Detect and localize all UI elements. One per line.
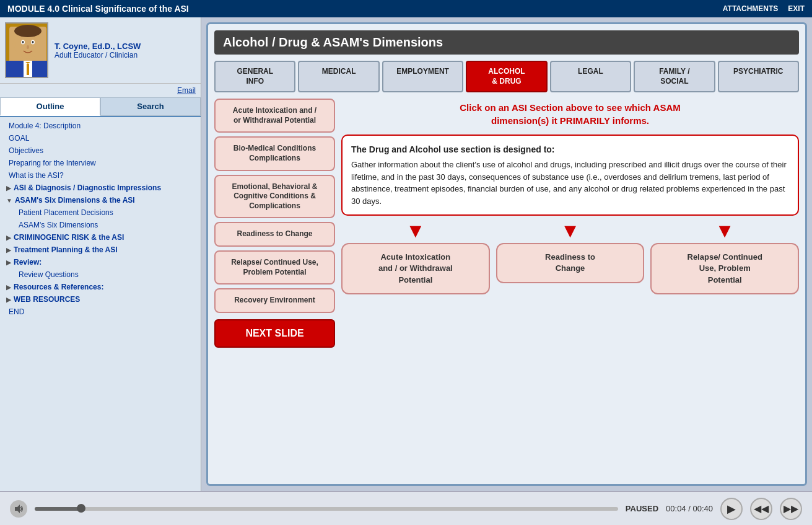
- sidebar: T. Coyne, Ed.D., LCSW Adult Educator / C…: [0, 17, 201, 491]
- nav-patient-placement[interactable]: Patient Placement Decisions: [0, 206, 201, 219]
- info-box-title: The Drug and Alcohol use section is desi…: [351, 143, 789, 156]
- nav-asi-diagnosis[interactable]: ▶ ASI & Diagnosis / Diagnostic Impressio…: [0, 182, 201, 194]
- attachments-link[interactable]: ATTACHMENTS: [723, 4, 779, 13]
- tab-alcohol-drug[interactable]: ALCOHOL& DRUG: [466, 61, 547, 92]
- nav-asam-six-dim[interactable]: ASAM's Six Dimensions: [0, 219, 201, 231]
- nav-treatment-planning[interactable]: ▶ Treatment Planning & the ASI: [0, 244, 201, 256]
- dimension-boxes: ▼ Acute Intoxicationand / or WithdrawalP…: [341, 221, 799, 294]
- nav-review-questions[interactable]: Review Questions: [0, 268, 201, 281]
- btn-relapse[interactable]: Relapse/ Continued Use,Problem Potential: [214, 250, 335, 285]
- profile-role: Adult Educator / Clinician: [55, 51, 196, 60]
- progress-fill: [35, 507, 81, 511]
- btn-emotional[interactable]: Emotional, Behavioral &Cognitive Conditi…: [214, 175, 335, 219]
- nav-preparing[interactable]: Preparing for the Interview: [0, 157, 201, 169]
- dimension-item-readiness: ▼ Readiness toChange: [496, 221, 645, 283]
- nav-goal[interactable]: GOAL: [0, 132, 201, 144]
- profile-name: T. Coyne, Ed.D., LCSW: [55, 42, 196, 51]
- svg-point-10: [22, 41, 24, 43]
- tab-family-social[interactable]: FAMILY /SOCIAL: [634, 61, 715, 92]
- exit-link[interactable]: EXIT: [788, 4, 805, 13]
- btn-readiness[interactable]: Readiness to Change: [214, 222, 335, 247]
- tab-medical[interactable]: MEDICAL: [298, 61, 379, 92]
- step-forward-button[interactable]: ▶▶: [780, 498, 802, 520]
- btn-recovery[interactable]: Recovery Environment: [214, 288, 335, 313]
- click-instruction: Click on an ASI Section above to see whi…: [341, 99, 799, 130]
- paused-label: PAUSED: [626, 504, 658, 513]
- time-display: 00:04 / 00:40: [666, 504, 713, 513]
- volume-button[interactable]: [10, 500, 27, 518]
- info-box: The Drug and Alcohol use section is desi…: [341, 135, 799, 216]
- slide-frame: Alcohol / Drug & ASAM's Dimensions GENER…: [206, 22, 807, 486]
- sidebar-nav[interactable]: Module 4: Description GOAL Objectives Pr…: [0, 117, 201, 491]
- content-area: Alcohol / Drug & ASAM's Dimensions GENER…: [201, 17, 812, 491]
- svg-rect-5: [27, 64, 29, 75]
- slide-title: Alcohol / Drug & ASAM's Dimensions: [214, 30, 799, 55]
- nav-what-is-asi[interactable]: What is the ASI?: [0, 169, 201, 182]
- sidebar-tabs: Outline Search: [0, 97, 201, 117]
- svg-point-11: [32, 41, 34, 43]
- email-link[interactable]: Email: [0, 84, 201, 97]
- dimension-box-readiness[interactable]: Readiness toChange: [496, 243, 645, 283]
- tab-psychiatric[interactable]: PSYCHIATRIC: [718, 61, 799, 92]
- header-links: ATTACHMENTS EXIT: [723, 4, 805, 13]
- svg-marker-15: [15, 505, 20, 513]
- svg-point-12: [27, 45, 29, 49]
- btn-acute-intoxication[interactable]: Acute Intoxication and /or Withdrawal Po…: [214, 99, 335, 133]
- time-current: 00:04: [666, 504, 686, 513]
- svg-point-13: [12, 41, 16, 47]
- time-separator: /: [686, 504, 693, 513]
- dimension-item-relapse: ▼ Relapse/ ContinuedUse, ProblemPotentia…: [650, 221, 799, 294]
- bottom-bar: PAUSED 00:04 / 00:40 ▶ ◀◀ ▶▶: [0, 491, 812, 525]
- dimension-box-acute[interactable]: Acute Intoxicationand / or WithdrawalPot…: [341, 243, 490, 294]
- tab-outline[interactable]: Outline: [0, 97, 100, 116]
- profile-info: T. Coyne, Ed.D., LCSW Adult Educator / C…: [55, 42, 196, 60]
- svg-point-14: [40, 41, 43, 47]
- info-box-text: Gather information about the client's us…: [351, 160, 787, 206]
- tab-general-info[interactable]: GENERALINFO: [214, 61, 295, 92]
- next-slide-button[interactable]: NEXT SLIDE: [214, 319, 335, 348]
- top-header: MODULE 4.0 Clinical Significance of the …: [0, 0, 812, 17]
- time-total: 00:40: [692, 504, 713, 513]
- right-column: Click on an ASI Section above to see whi…: [341, 99, 799, 478]
- step-back-button[interactable]: ◀◀: [750, 498, 772, 520]
- tab-search[interactable]: Search: [100, 97, 201, 116]
- progress-thumb[interactable]: [77, 504, 85, 513]
- profile-area: T. Coyne, Ed.D., LCSW Adult Educator / C…: [0, 17, 201, 84]
- tab-row: GENERALINFO MEDICAL EMPLOYMENT ALCOHOL& …: [214, 61, 799, 92]
- nav-resources[interactable]: ▶ Resources & References:: [0, 281, 201, 293]
- slide-body: Acute Intoxication and /or Withdrawal Po…: [214, 99, 799, 478]
- progress-track[interactable]: [35, 507, 618, 511]
- nav-objectives[interactable]: Objectives: [0, 144, 201, 157]
- nav-review[interactable]: ▶ Review:: [0, 256, 201, 268]
- nav-web-resources[interactable]: ▶ WEB RESOURCES: [0, 293, 201, 306]
- module-title: MODULE 4.0 Clinical Significance of the …: [7, 4, 189, 14]
- main-layout: T. Coyne, Ed.D., LCSW Adult Educator / C…: [0, 17, 812, 491]
- dimension-item-acute: ▼ Acute Intoxicationand / or WithdrawalP…: [341, 221, 490, 294]
- btn-biomedical[interactable]: Bio-Medical ConditionsComplications: [214, 136, 335, 170]
- tab-legal[interactable]: LEGAL: [550, 61, 631, 92]
- nav-asam-six[interactable]: ▼ ASAM's Six Dimensions & the ASI: [0, 194, 201, 206]
- arrow-readiness: ▼: [561, 221, 580, 240]
- nav-end[interactable]: END: [0, 306, 201, 318]
- left-column: Acute Intoxication and /or Withdrawal Po…: [214, 99, 335, 478]
- tab-employment[interactable]: EMPLOYMENT: [382, 61, 463, 92]
- nav-module-description[interactable]: Module 4: Description: [0, 120, 201, 132]
- progress-container[interactable]: [35, 507, 618, 511]
- arrow-relapse: ▼: [715, 221, 735, 240]
- play-button[interactable]: ▶: [720, 498, 743, 520]
- avatar: [5, 22, 48, 78]
- arrow-acute: ▼: [406, 221, 426, 240]
- dimension-box-relapse[interactable]: Relapse/ ContinuedUse, ProblemPotential: [650, 243, 799, 294]
- nav-criminogenic[interactable]: ▶ CRIMINOGENIC RISK & the ASI: [0, 231, 201, 244]
- svg-point-7: [14, 25, 41, 37]
